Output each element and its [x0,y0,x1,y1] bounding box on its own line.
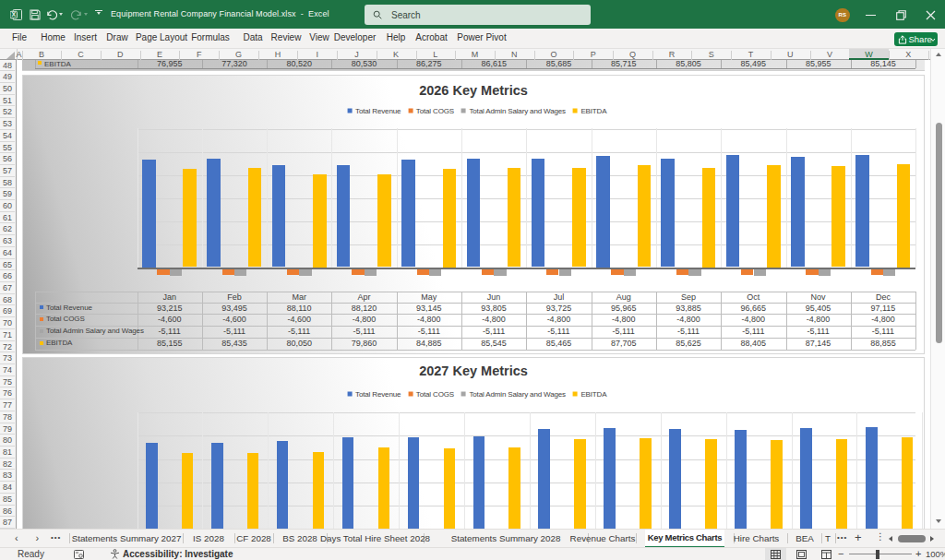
svg-text:X: X [11,11,16,18]
